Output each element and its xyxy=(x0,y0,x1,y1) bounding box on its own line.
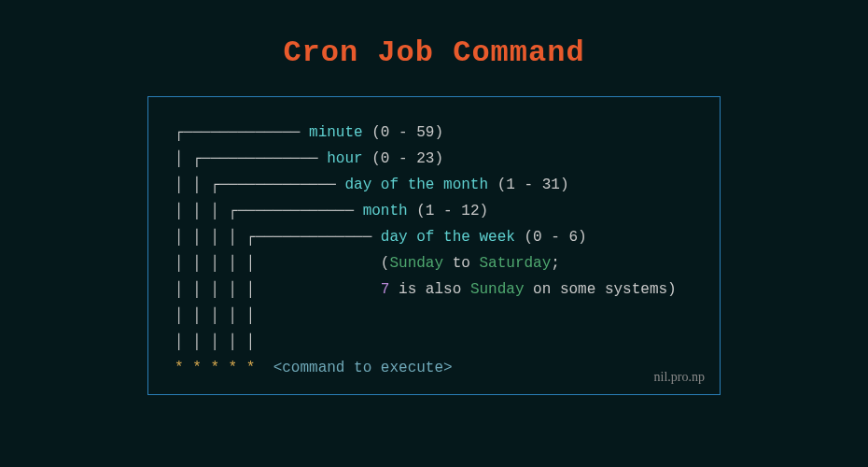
range-dow: (0 - 6) xyxy=(524,229,586,246)
field-row-minute: ┌───────────── minute (0 - 59) xyxy=(175,120,720,146)
range-month: (1 - 12) xyxy=(416,203,488,219)
range-hour: (0 - 23) xyxy=(371,150,443,167)
attribution-text: nil.pro.np xyxy=(654,370,705,385)
pipe-row: │ │ │ │ │ xyxy=(175,303,720,329)
expression-row: * * * * * <command to execute> xyxy=(175,355,720,381)
page-title: Cron Job Command xyxy=(0,0,868,70)
range-dom: (1 - 31) xyxy=(497,177,569,193)
cron-stars: * * * * * xyxy=(175,360,255,376)
label-dom: day of the month xyxy=(344,177,488,193)
note-row-2: │ │ │ │ │ 7 is also Sunday on some syste… xyxy=(175,276,720,303)
label-dow: day of the week xyxy=(381,229,515,246)
field-row-hour: │ ┌───────────── hour (0 - 23) xyxy=(175,146,720,172)
range-minute: (0 - 59) xyxy=(371,124,443,141)
note-row-1: │ │ │ │ │ (Sunday to Saturday; xyxy=(175,250,720,276)
field-row-dow: │ │ │ │ ┌───────────── day of the week (… xyxy=(175,224,720,250)
label-hour: hour xyxy=(327,150,362,167)
field-row-month: │ │ │ ┌───────────── month (1 - 12) xyxy=(175,198,720,224)
pipe-row-2: │ │ │ │ │ xyxy=(175,329,720,355)
cron-diagram-panel: ┌───────────── minute (0 - 59) │ ┌──────… xyxy=(147,96,721,395)
label-minute: minute xyxy=(309,124,363,141)
label-month: month xyxy=(363,203,408,219)
field-row-dom: │ │ ┌───────────── day of the month (1 -… xyxy=(175,172,720,198)
